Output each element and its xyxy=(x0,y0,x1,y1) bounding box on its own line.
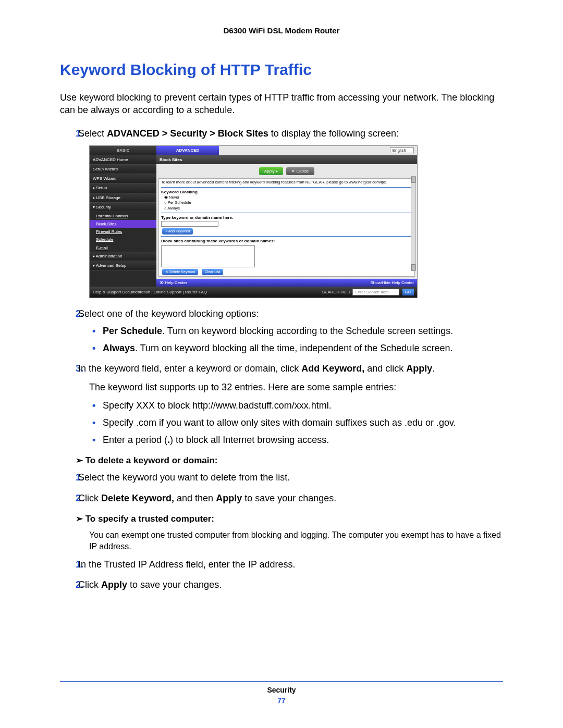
sidebar-item-advanced-home[interactable]: ADVANCED Home xyxy=(90,155,156,165)
procedure-trusted-heading: To specify a trusted computer: xyxy=(60,513,503,524)
step-number: 3. xyxy=(60,362,76,375)
sidebar-sub-parental[interactable]: Parental Controls xyxy=(90,212,156,220)
step-2: 2. Select one of the keyword blocking op… xyxy=(60,307,503,355)
show-hide-help-link[interactable]: Show/Hide Help Center xyxy=(370,280,414,286)
sidebar-item-setup[interactable]: ▸ Setup xyxy=(90,183,156,193)
trusted-step-2: 2. Click Apply to save your changes. xyxy=(60,578,503,591)
page-footer: Security 77 xyxy=(60,681,503,705)
step-number: 2. xyxy=(60,307,76,320)
step2-text: Select one of the keyword blocking optio… xyxy=(78,309,259,319)
step1-pre: Select xyxy=(78,128,107,139)
radio-never[interactable]: ◉ Never xyxy=(161,195,412,201)
step-3: 3. In the keyword field, enter a keyword… xyxy=(60,362,503,447)
step-number: 2. xyxy=(60,578,76,591)
sidebar-sub-firewall[interactable]: Firewall Rules xyxy=(90,228,156,236)
sidebar-item-administration[interactable]: ▸ Administration xyxy=(90,252,156,261)
procedure-delete-heading: To delete a keyword or domain: xyxy=(60,455,503,466)
language-select[interactable]: English xyxy=(390,147,414,153)
sidebar-sub-block-sites[interactable]: Block Sites xyxy=(90,220,156,228)
apply-button[interactable]: Apply ▸ xyxy=(259,167,283,175)
sidebar-item-wps-wizard[interactable]: WPS Wizard xyxy=(90,174,156,183)
tab-advanced[interactable]: ADVANCED xyxy=(156,146,219,155)
step-number: 1. xyxy=(60,471,76,484)
sidebar-item-usb-storage[interactable]: ▸ USB Storage xyxy=(90,193,156,203)
add-keyword-button[interactable]: + Add Keyword xyxy=(162,228,193,235)
search-go-button[interactable]: GO xyxy=(402,289,414,295)
step-1: 1. Select ADVANCED > Security > Block Si… xyxy=(60,127,503,298)
block-list-label: Block sites containing these keywords or… xyxy=(161,239,275,243)
sidebar-item-advanced-setup[interactable]: ▸ Advanced Setup xyxy=(90,261,156,270)
router-screenshot: BASIC ADVANCED English ADVANCED Home Set… xyxy=(89,145,418,298)
router-main-panel: Block Sites Apply ▸ ✕ Cancel To learn mo… xyxy=(156,155,417,287)
router-sidebar: ADVANCED Home Setup Wizard WPS Wizard ▸ … xyxy=(90,155,156,287)
footer-page-number: 77 xyxy=(60,696,503,705)
footer-chapter: Security xyxy=(60,686,503,694)
step-number: 1. xyxy=(60,558,76,571)
step2-bullet-always: Always. Turn on keyword blocking all the… xyxy=(92,342,503,355)
step3-bullet-period: Enter a period (.) to block all Internet… xyxy=(92,434,503,447)
delete-step-2: 2. Click Delete Keyword, and then Apply … xyxy=(60,492,503,505)
help-center-link[interactable]: ⦿ Help Center xyxy=(160,280,187,286)
step3-bullet-com: Specify .com if you want to allow only s… xyxy=(92,416,503,429)
panel-title-block-sites: Block Sites xyxy=(156,155,417,164)
step-number: 2. xyxy=(60,492,76,505)
cancel-button[interactable]: ✕ Cancel xyxy=(286,167,314,175)
step2-bullet-per-schedule: Per Schedule. Turn on keyword blocking a… xyxy=(92,325,503,338)
step1-path-bold: ADVANCED > Security > Block Sites xyxy=(107,128,268,139)
search-help-label: SEARCH HELP xyxy=(322,290,351,294)
clear-list-button[interactable]: Clear List xyxy=(202,269,224,275)
keyword-blocking-label: Keyword Blocking xyxy=(161,190,198,194)
scrollbar[interactable] xyxy=(411,176,416,271)
radio-always[interactable]: ○ Always xyxy=(161,206,412,212)
search-help-input[interactable]: Enter Search Item xyxy=(352,289,399,295)
help-support-links[interactable]: Help & Support Documentation | Online Su… xyxy=(93,289,207,295)
step-number: 1. xyxy=(60,127,76,140)
keyword-listbox[interactable] xyxy=(161,245,255,267)
step3-bullet-xxx: Specify XXX to block http://www.badstuff… xyxy=(92,399,503,412)
sidebar-sub-email[interactable]: E-mail xyxy=(90,244,156,252)
sidebar-sub-schedule[interactable]: Schedule xyxy=(90,236,156,243)
info-note: To learn more about advanced content fil… xyxy=(161,180,412,186)
tab-basic[interactable]: BASIC xyxy=(90,146,156,155)
sidebar-item-setup-wizard[interactable]: Setup Wizard xyxy=(90,165,156,174)
delete-keyword-button[interactable]: ✕ Delete Keyword xyxy=(162,269,198,275)
section-intro: Use keyword blocking to prevent certain … xyxy=(60,91,503,117)
step3-note: The keyword list supports up to 32 entri… xyxy=(60,381,503,394)
type-keyword-label: Type keyword or domain name here. xyxy=(161,215,233,220)
trusted-step-1: 1. In the Trusted IP Address field, ente… xyxy=(60,558,503,571)
delete-step-1: 1. Select the keyword you want to delete… xyxy=(60,471,503,484)
radio-per-schedule[interactable]: ○ Per Schedule xyxy=(161,200,412,206)
trusted-intro: You can exempt one trusted computer from… xyxy=(60,529,503,553)
step1-post: to display the following screen: xyxy=(268,128,399,139)
section-heading: Keyword Blocking of HTTP Traffic xyxy=(60,61,503,79)
page-header-product: D6300 WiFi DSL Modem Router xyxy=(60,26,503,35)
main-steps-list: 1. Select ADVANCED > Security > Block Si… xyxy=(60,127,503,447)
sidebar-item-security[interactable]: ▾ Security xyxy=(90,203,156,212)
keyword-input[interactable] xyxy=(161,221,218,227)
